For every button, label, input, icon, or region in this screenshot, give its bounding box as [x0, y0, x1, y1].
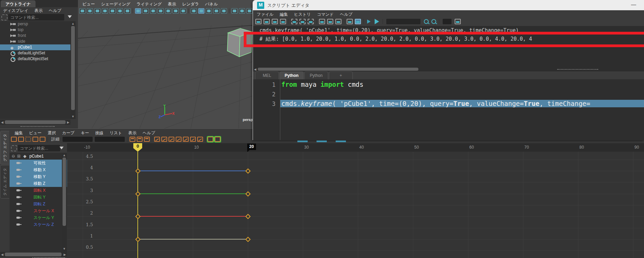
range-end-marker[interactable]: 20: [247, 144, 256, 150]
current-time-marker[interactable]: 0: [133, 143, 142, 152]
ao-icon[interactable]: [231, 8, 238, 14]
tree-vertical-scrollbar[interactable]: ▲ ▼: [62, 153, 67, 251]
lock-camera-icon[interactable]: [87, 8, 93, 14]
select-camera-icon[interactable]: [79, 8, 85, 14]
channel-row-移動 X[interactable]: 移動 X: [10, 166, 67, 173]
channel-row-回転 X[interactable]: 回転 X: [10, 187, 67, 194]
tree-root-row[interactable]: ⊖⊞◆pCube1: [10, 153, 67, 160]
graph-menu-表示[interactable]: 表示: [125, 130, 139, 137]
shaded-icon[interactable]: [198, 8, 204, 14]
channel-row-回転 Y[interactable]: 回転 Y: [10, 194, 67, 201]
goto-line-field[interactable]: [443, 19, 452, 24]
scrollbar-thumb[interactable]: [63, 158, 66, 226]
scroll-up-icon[interactable]: ▲: [62, 153, 67, 157]
scroll-left-icon[interactable]: ◀: [1, 121, 3, 124]
buffer-swap-icon[interactable]: [215, 137, 220, 142]
graph-search-input[interactable]: コマンド検索...: [18, 145, 60, 151]
outliner-item-side[interactable]: side: [0, 39, 70, 44]
channel-row-移動 Y[interactable]: 移動 Y: [10, 173, 67, 180]
graph-menu-リスト[interactable]: リスト: [106, 130, 125, 137]
tab-time-editor[interactable]: タイム エディタ: [0, 165, 9, 199]
tab-+[interactable]: +: [329, 71, 353, 80]
script-menu-ヒストリ[interactable]: ヒストリ: [291, 11, 314, 18]
flat-tangent-icon[interactable]: [183, 137, 189, 142]
pane-resize-handle[interactable]: [557, 69, 598, 70]
clear-history-icon[interactable]: [299, 19, 306, 24]
region-tool-icon[interactable]: [32, 137, 38, 142]
lighting-icon[interactable]: [213, 8, 219, 14]
save-script-icon[interactable]: [272, 19, 278, 24]
plateau-tangent-icon[interactable]: [197, 137, 203, 142]
viewport-menu-ライティング[interactable]: ライティング: [133, 1, 165, 8]
scrollbar-thumb[interactable]: [5, 120, 66, 124]
curve-graph-area[interactable]: 4.543.532.521.510.5: [67, 152, 644, 258]
history-horizontal-scrollbar[interactable]: ◀: [253, 67, 644, 71]
save-selected-icon[interactable]: [280, 19, 286, 24]
timeline-ruler[interactable]: -100102030405060708090020: [67, 143, 644, 152]
channel-row-スケール Y[interactable]: スケール Y: [10, 214, 67, 221]
code-input-pane[interactable]: 123from maya import cmdscmds.keyframe( '…: [253, 79, 644, 140]
outliner-menu-ディスプレイ[interactable]: ディスプレイ: [0, 7, 31, 14]
graph-menu-カーブ[interactable]: カーブ: [59, 130, 78, 137]
graph-menu-ビュー[interactable]: ビュー: [26, 130, 45, 137]
outliner-menu-表示[interactable]: 表示: [31, 7, 46, 14]
show-input-only-icon[interactable]: [319, 19, 325, 24]
grid-icon[interactable]: [135, 8, 141, 14]
clear-all-icon[interactable]: [308, 19, 314, 24]
zoom-select-icon[interactable]: [1, 14, 8, 21]
script-menu-編集[interactable]: 編集: [277, 11, 291, 18]
keyframe-移動 X-20[interactable]: [245, 214, 251, 219]
script-menu-ヘルプ[interactable]: ヘルプ: [337, 11, 355, 18]
outliner-vertical-scrollbar[interactable]: ▲ ▼: [70, 21, 76, 119]
scroll-up-icon[interactable]: ▲: [70, 22, 76, 25]
zoom-region-icon[interactable]: [117, 8, 123, 14]
tree-horizontal-scrollbar[interactable]: ◀ ▶: [0, 252, 67, 257]
anim-curve-移動 Z[interactable]: [138, 171, 248, 171]
channel-row-スケール X[interactable]: スケール X: [10, 207, 67, 214]
image-plane-icon[interactable]: [109, 8, 116, 14]
graph-menu-接線[interactable]: 接線: [92, 130, 106, 137]
outliner-item-front[interactable]: front: [0, 33, 70, 39]
chevron-down-icon[interactable]: [68, 15, 72, 18]
tab-Python[interactable]: Python: [304, 71, 328, 80]
scroll-left-icon[interactable]: ◀: [254, 68, 256, 71]
scroll-down-icon[interactable]: ▼: [70, 115, 76, 118]
buffer-snapshot-icon[interactable]: [207, 137, 213, 142]
anim-curve-移動 Y[interactable]: [138, 193, 248, 194]
viewport-menu-表示[interactable]: 表示: [165, 1, 179, 8]
execute-line-icon[interactable]: [367, 19, 371, 24]
perspective-viewport[interactable]: Y X Z persp ビューシェーディングライティング表示レンダラパネル: [78, 0, 253, 129]
script-editor-titlebar[interactable]: M スクリプト エディタ —: [253, 0, 644, 10]
channel-row-可視性[interactable]: 可視性: [10, 160, 67, 166]
outliner-search-input[interactable]: コマンド検索...: [8, 14, 64, 21]
outliner-item-defaultLightSet[interactable]: defaultLightSet: [0, 50, 70, 56]
wireframe-icon[interactable]: [191, 8, 197, 14]
motionblur-icon[interactable]: [239, 8, 245, 14]
search-down-icon[interactable]: [424, 19, 429, 24]
step-tangent-icon[interactable]: [190, 137, 196, 142]
indent-icon[interactable]: [455, 19, 461, 24]
frame-center-icon[interactable]: [144, 137, 150, 142]
camera-attributes-icon[interactable]: [94, 8, 100, 14]
open-script-icon[interactable]: [255, 19, 261, 24]
channel-row-スケール Z[interactable]: スケール Z: [10, 221, 67, 228]
graph-menu-ヘルプ[interactable]: ヘルプ: [139, 130, 158, 137]
minimize-button[interactable]: —: [631, 1, 636, 7]
anim-curve-移動 X[interactable]: [138, 216, 248, 217]
viewport-menu-レンダラ[interactable]: レンダラ: [179, 1, 202, 8]
script-menu-ファイル[interactable]: ファイル: [254, 11, 277, 18]
graph-menu-編集[interactable]: 編集: [12, 130, 26, 137]
zoom-select-icon[interactable]: [11, 145, 17, 151]
frame-playback-icon[interactable]: [137, 137, 143, 142]
retime-tool-icon[interactable]: [40, 137, 45, 142]
resolution-gate-icon[interactable]: [150, 8, 156, 14]
tab-MEL[interactable]: MEL: [255, 71, 279, 80]
keyframe-移動 X-0[interactable]: [135, 214, 141, 219]
outliner-item-top[interactable]: top: [0, 27, 70, 33]
graph-menu-キー[interactable]: キー: [78, 130, 92, 137]
linear-tangent-icon[interactable]: [176, 137, 182, 142]
outliner-menu-ヘルプ[interactable]: ヘルプ: [46, 7, 65, 14]
keyframe-可視性-0[interactable]: [135, 237, 141, 242]
execute-all-icon[interactable]: [375, 19, 379, 24]
viewport-menu-パネル[interactable]: パネル: [202, 1, 221, 8]
